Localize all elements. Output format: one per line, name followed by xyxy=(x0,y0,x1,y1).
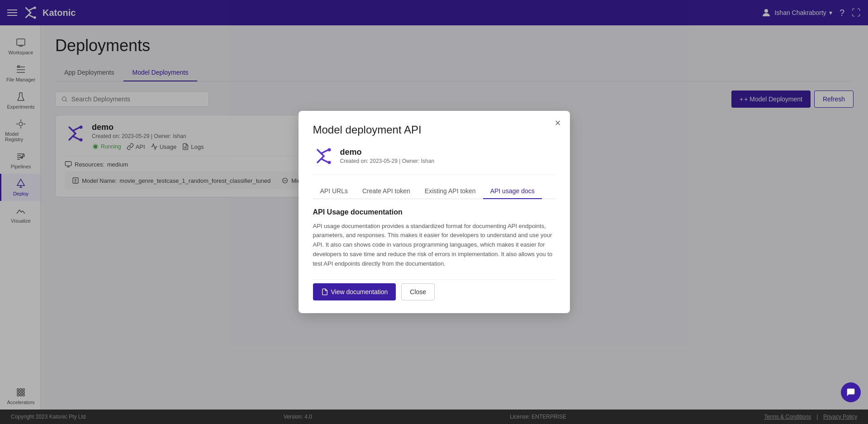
svg-point-29 xyxy=(327,161,331,164)
modal-dialog: × Model deployment API demo Created on: … xyxy=(299,111,570,314)
modal-tab-api-usage-docs[interactable]: API usage docs xyxy=(483,184,542,199)
modal-title: Model deployment API xyxy=(313,124,555,136)
modal-overlay[interactable]: × Model deployment API demo Created on: … xyxy=(0,0,868,424)
chat-icon xyxy=(846,387,856,397)
close-modal-button[interactable]: Close xyxy=(401,283,435,300)
modal-tab-api-urls[interactable]: API URLs xyxy=(313,184,355,199)
modal-actions: View documentation Close xyxy=(313,279,555,300)
doc-icon xyxy=(321,288,328,295)
modal-deployment-name: demo xyxy=(340,148,435,157)
chat-bubble[interactable] xyxy=(841,382,861,402)
modal-tab-create-api-token[interactable]: Create API token xyxy=(355,184,417,199)
view-docs-label: View documentation xyxy=(331,288,388,295)
modal-deployment-text: demo Created on: 2023-05-29 | Owner: Ish… xyxy=(340,148,435,164)
svg-point-28 xyxy=(327,148,331,151)
modal-deployment-logo-icon xyxy=(313,145,335,167)
modal-deployment-meta: Created on: 2023-05-29 | Owner: Ishan xyxy=(340,158,435,164)
api-usage-title: API Usage documentation xyxy=(313,208,555,216)
api-usage-description: API usage documentation provides a stand… xyxy=(313,222,555,269)
view-documentation-button[interactable]: View documentation xyxy=(313,283,396,300)
modal-tabs: API URLs Create API token Existing API t… xyxy=(313,184,555,199)
modal-tab-existing-api-token[interactable]: Existing API token xyxy=(417,184,483,199)
modal-close-button[interactable]: × xyxy=(555,118,561,128)
modal-deployment-info: demo Created on: 2023-05-29 | Owner: Ish… xyxy=(313,145,555,175)
